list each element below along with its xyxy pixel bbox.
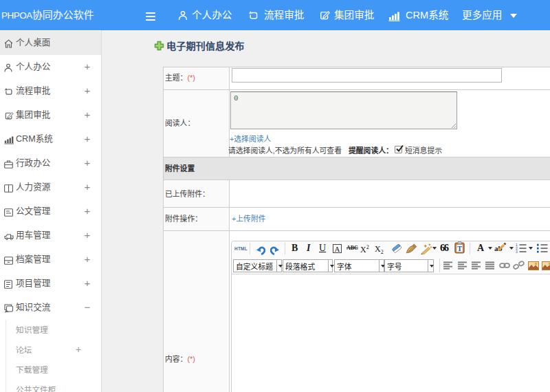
svg-text:3: 3 <box>516 250 518 253</box>
svg-text:T: T <box>457 245 462 252</box>
